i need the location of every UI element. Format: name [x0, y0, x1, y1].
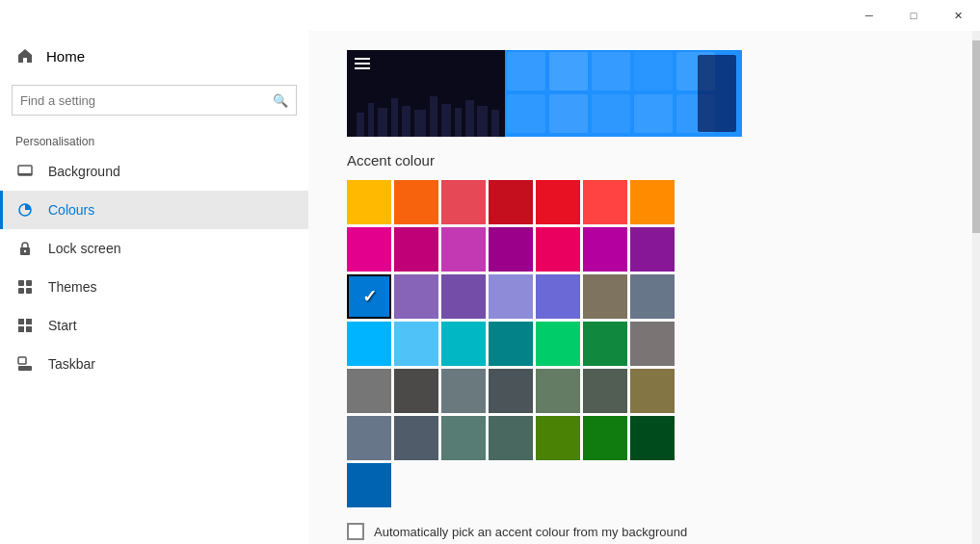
color-swatch-0-3[interactable] [489, 180, 533, 224]
preview-dark-side [347, 50, 505, 137]
color-swatch-5-5[interactable] [583, 416, 627, 460]
color-swatch-1-1[interactable] [394, 227, 438, 272]
svg-rect-14 [18, 357, 26, 364]
scrollbar[interactable] [972, 31, 980, 544]
sidebar-item-themes[interactable]: Themes [0, 268, 308, 306]
color-swatch-5-3[interactable] [489, 416, 533, 460]
lock-screen-icon [15, 239, 35, 258]
svg-rect-24 [465, 100, 474, 137]
color-swatch-1-2[interactable] [441, 227, 486, 272]
title-bar: ─ □ ✕ [0, 0, 980, 31]
color-swatch-2-5[interactable] [583, 274, 627, 319]
color-swatch-2-2[interactable] [441, 274, 486, 319]
svg-rect-33 [507, 94, 545, 133]
scrollbar-thumb[interactable] [972, 40, 980, 233]
color-row-4 [347, 369, 934, 413]
color-swatch-0-5[interactable] [583, 180, 627, 224]
maximize-button[interactable]: □ [891, 0, 936, 31]
color-swatch-5-6[interactable] [630, 416, 675, 460]
svg-rect-20 [414, 110, 426, 137]
color-swatch-3-6[interactable] [630, 322, 675, 366]
color-row-1 [347, 227, 934, 272]
sidebar-item-start[interactable]: Start [0, 306, 308, 345]
svg-rect-28 [507, 52, 545, 91]
search-icon: 🔍 [265, 93, 296, 108]
auto-accent-label: Automatically pick an accent colour from… [374, 525, 687, 539]
color-swatch-4-1[interactable] [394, 369, 438, 413]
color-swatch-0-0[interactable] [347, 180, 391, 224]
color-swatch-5-0[interactable] [347, 416, 391, 460]
svg-rect-22 [441, 104, 451, 137]
color-swatch-1-4[interactable] [536, 227, 580, 272]
color-swatch-5-2[interactable] [441, 416, 486, 460]
color-swatch-4-0[interactable] [347, 369, 391, 413]
svg-rect-34 [549, 94, 588, 133]
close-button[interactable]: ✕ [936, 0, 980, 31]
svg-rect-38 [698, 55, 736, 132]
start-label: Start [48, 318, 77, 333]
preview-blue-side [505, 50, 742, 137]
hamburger-icon [355, 58, 370, 69]
svg-rect-31 [634, 52, 673, 91]
sidebar-item-colours[interactable]: Colours [0, 191, 308, 229]
color-swatch-3-2[interactable] [441, 322, 486, 366]
main-content: Accent colour Automatically pick an acce… [308, 31, 972, 544]
app-container: Home 🔍 Personalisation Background [0, 31, 980, 544]
sidebar-item-lock-screen[interactable]: Lock screen [0, 229, 308, 268]
color-swatch-2-4[interactable] [536, 274, 580, 319]
color-swatch-5-1[interactable] [394, 416, 438, 460]
color-swatch-4-3[interactable] [489, 369, 533, 413]
color-swatch-3-1[interactable] [394, 322, 438, 366]
svg-rect-12 [26, 326, 32, 332]
background-icon [15, 162, 35, 181]
color-swatch-2-6[interactable] [630, 274, 675, 319]
preview-image [347, 50, 742, 137]
color-grid [347, 180, 934, 507]
color-swatch-0-6[interactable] [630, 180, 675, 224]
svg-rect-15 [357, 113, 364, 137]
color-swatch-4-6[interactable] [630, 369, 675, 413]
color-swatch-1-6[interactable] [630, 227, 675, 272]
color-swatch-3-5[interactable] [583, 322, 627, 366]
svg-rect-13 [18, 366, 32, 371]
lock-screen-label: Lock screen [48, 241, 120, 256]
color-swatch-1-0[interactable] [347, 227, 391, 272]
search-input[interactable] [13, 93, 265, 108]
color-swatch-4-2[interactable] [441, 369, 486, 413]
svg-rect-23 [455, 108, 462, 137]
svg-rect-8 [26, 288, 32, 294]
svg-rect-10 [26, 319, 32, 324]
section-label: Personalisation [0, 127, 308, 152]
svg-rect-19 [402, 106, 411, 137]
themes-label: Themes [48, 279, 97, 295]
color-swatch-3-3[interactable] [489, 322, 533, 366]
auto-accent-checkbox[interactable] [347, 523, 364, 540]
color-swatch-0-2[interactable] [441, 180, 486, 224]
color-swatch-0-4[interactable] [536, 180, 580, 224]
start-icon [15, 316, 35, 335]
color-swatch-3-0[interactable] [347, 322, 391, 366]
auto-accent-row: Automatically pick an accent colour from… [347, 523, 934, 540]
sidebar-home[interactable]: Home [0, 31, 308, 81]
color-row-2 [347, 274, 934, 319]
color-swatch-1-3[interactable] [489, 227, 533, 272]
taskbar-label: Taskbar [48, 356, 95, 372]
search-box: 🔍 [12, 85, 297, 116]
color-row-6 [347, 463, 934, 507]
sidebar-item-taskbar[interactable]: Taskbar [0, 345, 308, 383]
sidebar-item-background[interactable]: Background [0, 152, 308, 191]
color-swatch-1-5[interactable] [583, 227, 627, 272]
taskbar-icon [15, 354, 35, 374]
color-swatch-4-4[interactable] [536, 369, 580, 413]
color-swatch-5-4[interactable] [536, 416, 580, 460]
color-swatch-0-1[interactable] [394, 180, 438, 224]
color-swatch-2-0[interactable] [347, 274, 391, 319]
color-swatch-4-5[interactable] [583, 369, 627, 413]
color-swatch-2-1[interactable] [394, 274, 438, 319]
minimize-button[interactable]: ─ [847, 0, 891, 31]
color-swatch-3-4[interactable] [536, 322, 580, 366]
color-swatch-6-0[interactable] [347, 463, 391, 507]
svg-rect-30 [592, 52, 630, 91]
svg-point-4 [24, 250, 26, 252]
color-swatch-2-3[interactable] [489, 274, 533, 319]
